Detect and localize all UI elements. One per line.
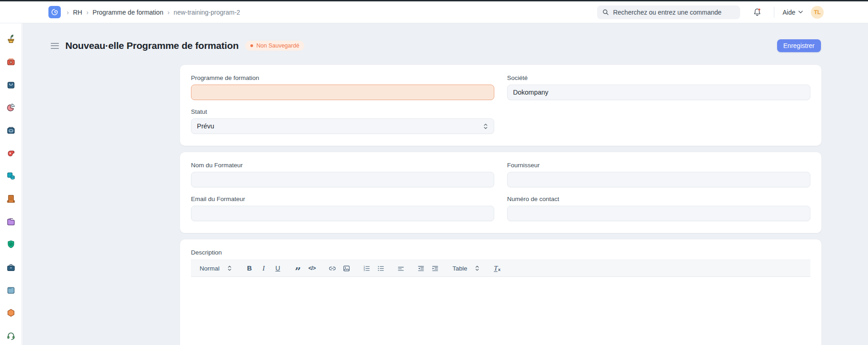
breadcrumb-separator: › — [86, 9, 89, 16]
table-menu-label: Table — [453, 265, 467, 272]
statut-select[interactable]: Prévu — [191, 118, 494, 134]
page-header: Nouveau·elle Programme de formation Non … — [51, 39, 821, 53]
sidebar-item-whistle[interactable] — [6, 148, 16, 158]
programme-de-formation-input[interactable] — [191, 85, 494, 100]
section-card-main: Programme de formation Société Statut Pr… — [180, 65, 821, 146]
field-description: Description — [191, 249, 810, 256]
sidebar-item-database[interactable] — [6, 171, 16, 181]
briefcase-icon — [6, 262, 16, 272]
shopping-bag-icon — [6, 80, 16, 90]
navbar-right: Aide TL — [597, 5, 824, 19]
field-statut: Statut Prévu — [191, 108, 494, 134]
image-button[interactable] — [340, 262, 353, 275]
indent-button[interactable] — [429, 262, 441, 275]
select-updown-icon — [227, 265, 232, 271]
underline-button[interactable]: U — [272, 262, 284, 275]
rich-text-editor: Normal B I U ” </> — [191, 260, 810, 345]
help-label: Aide — [783, 9, 795, 16]
folder-icon — [6, 217, 16, 227]
align-button[interactable] — [395, 262, 407, 275]
link-button[interactable] — [326, 262, 339, 275]
indent-icon — [431, 265, 439, 272]
sidebar-item-folder[interactable] — [6, 217, 16, 227]
search-input[interactable] — [613, 9, 735, 16]
sidebar-toggle-button[interactable] — [51, 41, 59, 50]
image-icon — [343, 265, 350, 272]
svg-text:3: 3 — [363, 269, 365, 271]
section-card-description: Description Normal B I U ” </> — [180, 239, 821, 345]
breadcrumb: › RH › Programme de formation › new-trai… — [67, 9, 240, 16]
save-button[interactable]: Enregistrer — [777, 39, 821, 52]
wallet-icon — [6, 125, 16, 135]
email-du-formateur-input[interactable] — [191, 206, 494, 221]
database-icon — [6, 171, 16, 181]
field-label: Numéro de contact — [507, 196, 810, 202]
sidebar-item-pie-chart[interactable] — [6, 102, 16, 112]
bell-icon — [752, 7, 762, 17]
notifications-button[interactable] — [752, 7, 762, 18]
sidebar-item-camera[interactable] — [6, 57, 16, 67]
notification-dot — [758, 8, 760, 10]
user-avatar[interactable]: TL — [811, 6, 824, 19]
ordered-list-icon: 1 2 3 — [363, 265, 370, 272]
breadcrumb-item-rh[interactable]: RH — [73, 9, 82, 16]
chevron-down-icon — [798, 11, 803, 14]
status-dot-icon — [250, 44, 253, 47]
field-label: Programme de formation — [191, 74, 494, 81]
numero-de-contact-input[interactable] — [507, 206, 810, 221]
browser-card-icon — [6, 285, 16, 295]
search-icon — [602, 9, 609, 16]
field-programme-de-formation: Programme de formation — [191, 74, 494, 100]
description-editor-content[interactable] — [191, 277, 810, 345]
field-label: Nom du Formateur — [191, 162, 494, 169]
sidebar-item-building[interactable] — [6, 194, 16, 204]
code-button[interactable]: </> — [306, 262, 318, 275]
sidebar-item-shield[interactable] — [6, 239, 16, 249]
logo-swirl-icon — [50, 7, 59, 17]
whistle-icon — [6, 148, 16, 158]
breadcrumb-item-programme-de-formation[interactable]: Programme de formation — [93, 9, 164, 16]
headset-icon — [6, 331, 16, 341]
clear-format-button[interactable]: T x — [491, 262, 503, 275]
ordered-list-button[interactable]: 1 2 3 — [360, 262, 373, 275]
navbar-left: › RH › Programme de formation › new-trai… — [48, 6, 597, 18]
nom-du-formateur-input[interactable] — [191, 172, 494, 187]
table-menu-button[interactable]: Table — [448, 265, 484, 272]
app-icon-sidebar — [0, 23, 22, 345]
bold-button[interactable]: B — [243, 262, 256, 275]
field-label: Description — [191, 249, 810, 256]
bullet-list-button[interactable] — [375, 262, 387, 275]
sidebar-item-plant[interactable] — [6, 34, 16, 44]
sidebar-item-wallet[interactable] — [6, 125, 16, 135]
hexagon-icon — [6, 308, 16, 318]
main-content: Nouveau·elle Programme de formation Non … — [22, 23, 868, 345]
breadcrumb-item-current: new-training-program-2 — [174, 9, 240, 16]
sidebar-item-briefcase[interactable] — [6, 262, 16, 272]
sidebar-item-hexagon[interactable] — [6, 308, 16, 318]
field-label: Société — [507, 74, 810, 81]
field-nom-du-formateur: Nom du Formateur — [191, 162, 494, 187]
app-logo[interactable] — [48, 6, 61, 18]
paragraph-style-select[interactable]: Normal — [195, 265, 237, 272]
societe-input[interactable] — [507, 85, 810, 100]
plant-icon — [6, 34, 16, 44]
shield-check-icon — [6, 239, 16, 249]
select-updown-icon — [483, 123, 488, 130]
blockquote-button[interactable]: ” — [292, 262, 304, 275]
clear-format-icon: T x — [494, 265, 501, 272]
sidebar-item-headset[interactable] — [6, 331, 16, 341]
status-badge-label: Non Sauvegardé — [256, 42, 299, 49]
outdent-button[interactable] — [415, 262, 427, 275]
italic-button[interactable]: I — [258, 262, 270, 275]
paragraph-style-value: Normal — [200, 265, 220, 272]
global-search[interactable] — [597, 5, 740, 19]
field-numero-de-contact: Numéro de contact — [507, 196, 810, 221]
editor-toolbar: Normal B I U ” </> — [191, 260, 810, 277]
sidebar-item-shopping-bag[interactable] — [6, 80, 16, 90]
help-menu[interactable]: Aide — [783, 9, 803, 16]
page-title: Nouveau·elle Programme de formation — [65, 40, 238, 51]
sidebar-item-browser-card[interactable] — [6, 285, 16, 295]
bullet-list-icon — [377, 265, 385, 272]
fournisseur-input[interactable] — [507, 172, 810, 187]
breadcrumb-separator: › — [67, 9, 69, 16]
